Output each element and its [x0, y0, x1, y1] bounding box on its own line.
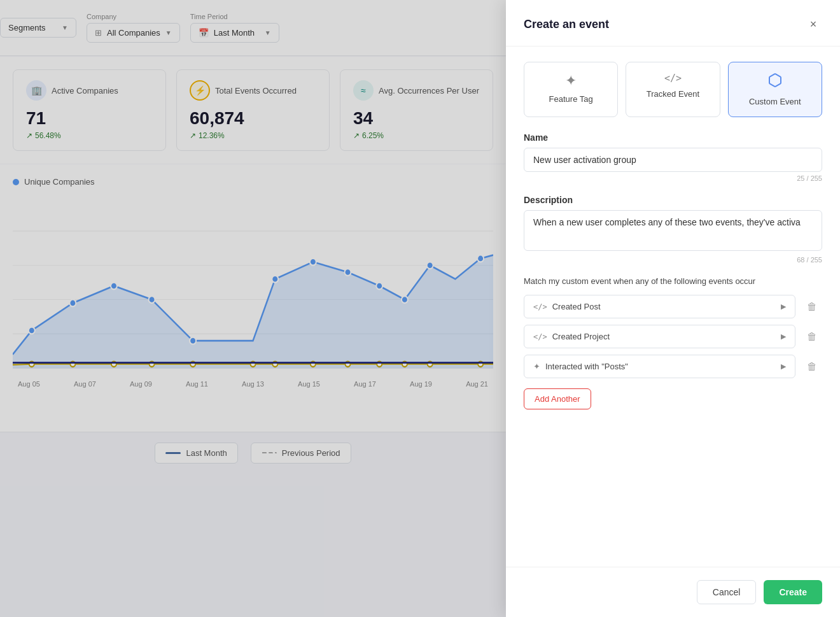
description-field-group: Description 68 / 255 [524, 195, 822, 264]
feature-tag-icon: ✦ [532, 73, 610, 89]
close-icon: × [810, 18, 817, 31]
interacted-posts-tag-icon: ✦ [533, 362, 540, 371]
interacted-posts-select[interactable]: ✦ Interacted with "Posts" ▶ [524, 355, 795, 378]
interacted-posts-label: Interacted with "Posts" [545, 362, 628, 371]
interacted-posts-arrow-icon: ▶ [781, 362, 786, 371]
tracked-event-button[interactable]: </> Tracked Event [626, 62, 720, 117]
created-post-label: Created Post [552, 302, 601, 311]
custom-event-label: Custom Event [736, 97, 814, 106]
delete-interacted-posts-button[interactable]: 🗑 [802, 357, 822, 377]
event-list: </> Created Post ▶ 🗑 </> Created Project… [524, 295, 822, 378]
create-button[interactable]: Create [764, 580, 822, 604]
tracked-event-label: Tracked Event [634, 89, 711, 99]
tracked-event-icon: </> [634, 73, 711, 84]
feature-tag-label: Feature Tag [532, 94, 610, 104]
name-field-group: Name 25 / 255 [524, 132, 822, 182]
description-input[interactable] [524, 210, 822, 251]
create-event-panel: Create an event × ✦ Feature Tag </> Trac… [506, 0, 840, 617]
overlay-background [0, 0, 506, 617]
custom-event-icon [736, 73, 814, 92]
cancel-button[interactable]: Cancel [697, 580, 757, 604]
panel-header: Create an event × [506, 0, 840, 46]
name-label: Name [524, 132, 822, 143]
event-type-row: ✦ Feature Tag </> Tracked Event Custom E… [524, 62, 822, 117]
match-label: Match my custom event when any of the fo… [524, 276, 822, 286]
created-post-arrow-icon: ▶ [781, 302, 786, 311]
delete-created-post-button[interactable]: 🗑 [802, 297, 822, 317]
delete-created-project-button[interactable]: 🗑 [802, 327, 822, 347]
add-another-button[interactable]: Add Another [524, 388, 591, 409]
description-label: Description [524, 195, 822, 205]
description-char-count: 68 / 255 [524, 256, 822, 264]
close-button[interactable]: × [804, 15, 822, 33]
name-input[interactable] [524, 148, 822, 172]
feature-tag-button[interactable]: ✦ Feature Tag [524, 62, 618, 117]
event-row-interacted-posts: ✦ Interacted with "Posts" ▶ 🗑 [524, 355, 822, 378]
created-project-arrow-icon: ▶ [781, 332, 786, 341]
created-project-code-icon: </> [533, 332, 547, 341]
name-char-count: 25 / 255 [524, 174, 822, 182]
custom-event-button[interactable]: Custom Event [728, 62, 822, 117]
created-project-label: Created Project [552, 332, 610, 341]
event-row-created-post: </> Created Post ▶ 🗑 [524, 295, 822, 318]
event-row-created-project: </> Created Project ▶ 🗑 [524, 325, 822, 348]
created-post-select[interactable]: </> Created Post ▶ [524, 295, 795, 318]
created-post-code-icon: </> [533, 302, 547, 311]
panel-footer: Cancel Create [506, 567, 840, 617]
panel-body: ✦ Feature Tag </> Tracked Event Custom E… [506, 46, 840, 567]
panel-title: Create an event [524, 18, 609, 31]
created-project-select[interactable]: </> Created Project ▶ [524, 325, 795, 348]
